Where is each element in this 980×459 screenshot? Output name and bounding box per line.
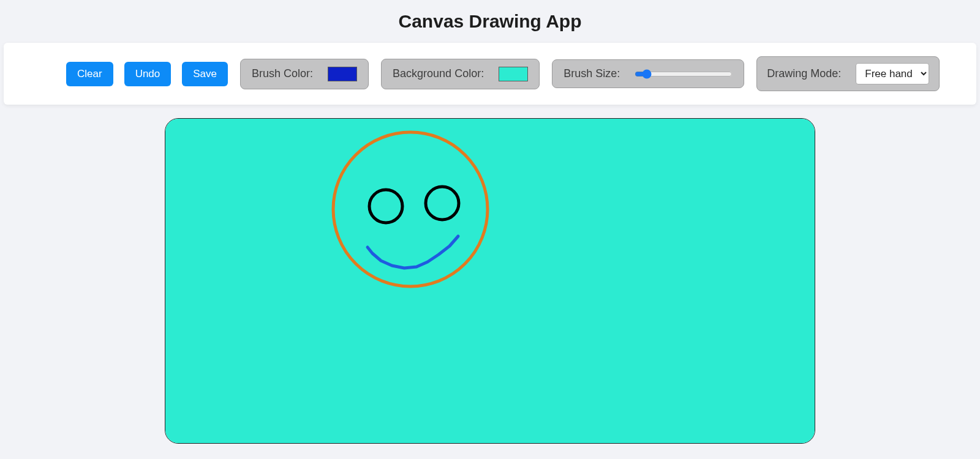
drawing-mode-select[interactable]: Free hand [856, 63, 929, 84]
undo-button[interactable]: Undo [124, 62, 172, 86]
drawing-mode-label: Drawing Mode: [767, 67, 841, 80]
action-buttons: Clear Undo Save [66, 62, 228, 86]
brush-color-control: Brush Color: [240, 59, 369, 89]
brush-size-label: Brush Size: [564, 67, 620, 80]
brush-size-slider[interactable] [635, 69, 733, 79]
background-color-swatch[interactable] [499, 67, 528, 81]
brush-color-label: Brush Color: [252, 67, 313, 80]
toolbar: Clear Undo Save Brush Color: Background … [4, 43, 976, 105]
brush-color-swatch[interactable] [328, 67, 357, 81]
drawing-canvas[interactable] [165, 118, 815, 444]
page-title: Canvas Drawing App [0, 0, 980, 38]
brush-size-control: Brush Size: [552, 59, 744, 88]
background-color-control: Background Color: [381, 59, 540, 89]
save-button[interactable]: Save [182, 62, 228, 86]
drawing-mode-control: Drawing Mode: Free hand [756, 56, 940, 91]
background-color-label: Background Color: [393, 67, 484, 80]
clear-button[interactable]: Clear [66, 62, 113, 86]
canvas-area [0, 118, 980, 444]
